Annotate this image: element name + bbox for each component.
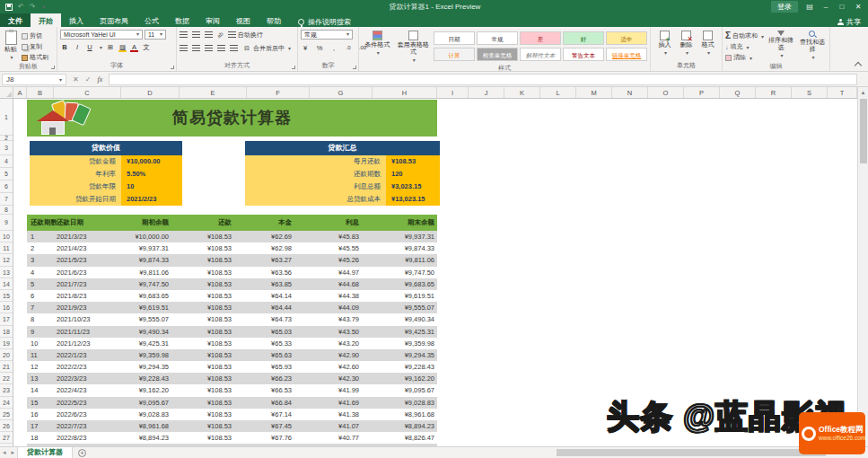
table-cell[interactable]: 6	[27, 290, 54, 302]
insert-function-icon[interactable]: fx	[97, 75, 102, 84]
table-cell[interactable]: 2021/8/23	[54, 290, 121, 302]
scroll-up-icon[interactable]: ▲	[858, 87, 868, 98]
column-header[interactable]: A	[13, 87, 27, 98]
number-dialog-launcher[interactable]	[353, 66, 356, 69]
horizontal-scroll-thumb[interactable]	[557, 449, 826, 456]
phonetic-guide-icon[interactable]: 文	[142, 42, 151, 52]
table-cell[interactable]: 2	[27, 242, 54, 254]
delete-cells-button[interactable]: ✕ 删除▾	[679, 30, 695, 61]
maximize-button[interactable]: □	[837, 3, 846, 11]
column-header[interactable]: R	[756, 87, 792, 98]
table-cell[interactable]: ¥66.23	[247, 373, 310, 384]
column-header[interactable]: M	[576, 87, 612, 98]
table-cell[interactable]: ¥67.45	[247, 420, 310, 432]
table-cell[interactable]: ¥9,425.31	[121, 338, 180, 349]
column-header[interactable]: N	[612, 87, 648, 98]
table-cell[interactable]: 12	[27, 361, 54, 373]
ribbon-tab[interactable]: 页面布局	[92, 13, 136, 27]
table-cell[interactable]: ¥108.53	[180, 361, 247, 373]
table-cell[interactable]: ¥108.53	[180, 349, 247, 361]
column-header[interactable]: D	[121, 87, 180, 98]
align-middle-icon[interactable]	[192, 31, 200, 38]
table-row[interactable]: 72021/9/23¥9,619.51¥108.53¥64.44¥44.09¥9…	[27, 302, 437, 313]
loan-box-value[interactable]: 120	[386, 168, 440, 181]
table-row[interactable]: 112022/1/23¥9,359.98¥108.53¥65.63¥42.90¥…	[27, 349, 437, 361]
row-header[interactable]: 4	[0, 155, 13, 168]
alignment-dialog-launcher[interactable]	[292, 66, 295, 69]
cell-style-chip[interactable]: 日期	[434, 31, 475, 45]
table-cell[interactable]: 17	[27, 420, 54, 432]
sheet-nav-left-icon[interactable]: ◂	[0, 449, 9, 456]
table-cell[interactable]: ¥9,937.31	[373, 231, 437, 242]
row-header[interactable]: 18	[0, 326, 13, 338]
table-row[interactable]: 172022/7/23¥8,961.68¥108.53¥67.45¥41.07¥…	[27, 420, 437, 432]
ribbon-tab[interactable]: 公式	[136, 13, 167, 27]
table-cell[interactable]: ¥9,162.20	[373, 373, 437, 384]
insert-cells-button[interactable]: ＋ 插入▾	[657, 30, 673, 61]
row-header[interactable]: 11	[0, 242, 13, 254]
table-cell[interactable]: 2021/9/23	[54, 302, 121, 313]
table-cell[interactable]: 2022/1/23	[54, 349, 121, 361]
loan-box-value[interactable]: ¥108.53	[386, 155, 440, 168]
table-cell[interactable]: ¥8,894.23	[121, 432, 180, 444]
table-cell[interactable]: ¥9,228.43	[121, 373, 180, 384]
column-header[interactable]: K	[504, 87, 540, 98]
table-cell[interactable]: 7	[27, 302, 54, 313]
formula-input[interactable]	[109, 74, 857, 85]
row-header[interactable]: 7	[0, 193, 13, 206]
table-cell[interactable]: ¥40.77	[310, 432, 373, 444]
font-color-icon[interactable]: A	[130, 43, 138, 52]
table-cell[interactable]: 2021/10/23	[54, 313, 121, 325]
row-header[interactable]: 24	[0, 397, 13, 409]
table-cell[interactable]: ¥44.68	[310, 278, 373, 290]
table-cell[interactable]: ¥43.79	[310, 313, 373, 325]
column-header[interactable]: P	[684, 87, 720, 98]
ribbon-tab[interactable]: 文件	[0, 13, 31, 27]
table-cell[interactable]: ¥108.53	[180, 290, 247, 302]
table-cell[interactable]: 8	[27, 313, 54, 325]
row-header[interactable]: 13	[0, 267, 13, 278]
table-cell[interactable]: ¥108.53	[180, 338, 247, 349]
table-cell[interactable]: ¥62.69	[247, 231, 310, 242]
table-cell[interactable]: ¥42.90	[310, 349, 373, 361]
ribbon-display-icon[interactable]: ▤	[805, 3, 814, 11]
table-cell[interactable]: ¥41.07	[310, 420, 373, 432]
table-cell[interactable]: ¥9,747.50	[121, 278, 180, 290]
table-cell[interactable]: ¥45.26	[310, 254, 373, 266]
find-select-button[interactable]: 查找和选择▾	[798, 30, 827, 62]
sheet-nav-right-icon[interactable]: ▸	[9, 449, 18, 456]
table-cell[interactable]: ¥108.53	[180, 326, 247, 338]
loan-box-value[interactable]: ¥3,023.15	[386, 181, 440, 193]
clipboard-dialog-launcher[interactable]	[51, 66, 55, 69]
table-cell[interactable]: ¥108.53	[180, 384, 247, 396]
table-cell[interactable]: ¥108.53	[180, 254, 247, 266]
table-cell[interactable]: ¥43.50	[310, 326, 373, 338]
table-row[interactable]: 62021/8/23¥9,683.65¥108.53¥64.14¥44.38¥9…	[27, 290, 437, 302]
table-row[interactable]: 122022/2/23¥9,294.35¥108.53¥65.93¥42.60¥…	[27, 361, 437, 373]
format-painter-button[interactable]: 格式刷	[22, 53, 48, 62]
table-cell[interactable]: 16	[27, 409, 54, 420]
table-cell[interactable]: 2021/4/23	[54, 242, 121, 254]
qat-customize-icon[interactable]: ▾	[42, 4, 45, 10]
align-top-icon[interactable]	[180, 31, 188, 38]
table-cell[interactable]: ¥44.97	[310, 267, 373, 278]
share-button[interactable]: 共享	[837, 17, 868, 27]
tell-me-search[interactable]: 操作说明搜索	[298, 17, 351, 27]
cell-style-chip[interactable]: 警告文本	[563, 48, 604, 61]
table-cell[interactable]: ¥9,294.35	[373, 349, 437, 361]
table-cell[interactable]: 10	[27, 338, 54, 349]
align-center-icon[interactable]	[192, 45, 200, 51]
table-cell[interactable]: ¥108.53	[180, 373, 247, 384]
italic-button[interactable]: I	[73, 42, 82, 52]
table-cell[interactable]: 2022/3/23	[54, 373, 121, 384]
table-cell[interactable]: 15	[27, 397, 54, 409]
comma-style-icon[interactable]: ,	[329, 43, 338, 53]
table-row[interactable]: 42021/6/23¥9,811.06¥108.53¥63.56¥44.97¥9…	[27, 267, 437, 278]
table-cell[interactable]: ¥9,874.33	[373, 242, 437, 254]
table-cell[interactable]: 2021/11/23	[54, 326, 121, 338]
row-header[interactable]: 16	[0, 302, 13, 313]
table-cell[interactable]: ¥9,294.35	[121, 361, 180, 373]
table-cell[interactable]: ¥9,683.65	[373, 278, 437, 290]
row-header[interactable]: 8	[0, 206, 13, 215]
vertical-scrollbar[interactable]: ▲ ▼	[857, 87, 868, 446]
